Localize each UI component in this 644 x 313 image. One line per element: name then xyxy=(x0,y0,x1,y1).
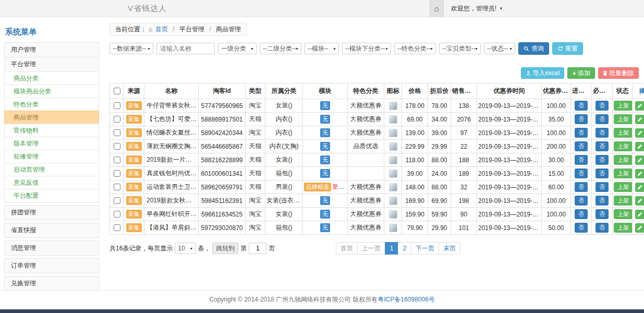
row-checkbox[interactable] xyxy=(114,184,120,190)
add-button[interactable]: + 添加 xyxy=(567,67,595,79)
edit-button[interactable] xyxy=(635,210,644,219)
filter-select[interactable]: --特色分类--▼ xyxy=(394,43,436,54)
sidebar-item[interactable]: 版本管理 xyxy=(4,137,99,150)
query-button[interactable]: 查询 xyxy=(518,42,549,55)
sidebar-item[interactable]: 宣传物料 xyxy=(4,124,99,137)
row-checkbox[interactable] xyxy=(114,129,120,136)
page-button[interactable]: 末页 xyxy=(439,242,460,255)
import-select-toggle[interactable]: 否 xyxy=(575,196,588,206)
sidebar-item[interactable]: 特色分类 xyxy=(4,98,99,111)
filter-select[interactable]: --宝贝类型--▼ xyxy=(439,43,481,54)
import-select-toggle[interactable]: 否 xyxy=(575,101,588,111)
must-buy-toggle[interactable]: 否 xyxy=(596,128,609,138)
page-number-input[interactable] xyxy=(249,243,266,254)
row-checkbox[interactable] xyxy=(114,224,120,231)
page-button[interactable]: 上一页 xyxy=(357,242,385,255)
sidebar-item[interactable]: 平台管理 xyxy=(4,57,99,72)
jump-to-button[interactable]: 跳转到 xyxy=(212,243,238,254)
status-button[interactable]: 上架 xyxy=(614,141,633,151)
row-checkbox[interactable] xyxy=(114,197,120,204)
import-icon xyxy=(526,70,531,76)
sidebar-item[interactable]: 省直快报 xyxy=(4,223,99,238)
sidebar-item[interactable]: 启动页管理 xyxy=(4,163,99,176)
import-select-toggle[interactable]: 否 xyxy=(575,128,588,138)
reset-button[interactable]: 重置 xyxy=(552,42,583,55)
batch-delete-button[interactable]: 批量删除 xyxy=(598,67,639,79)
edit-button[interactable] xyxy=(635,223,644,233)
sidebar-item[interactable]: 模块商品分类 xyxy=(4,85,99,98)
must-buy-toggle[interactable]: 否 xyxy=(596,209,609,219)
row-checkbox[interactable] xyxy=(114,102,120,109)
page-button[interactable]: 首页 xyxy=(336,242,358,255)
name-search-input[interactable] xyxy=(156,43,215,54)
sidebar-item[interactable]: 订单管理 xyxy=(4,258,99,273)
page-button[interactable]: 下一页 xyxy=(411,242,439,255)
row-checkbox[interactable] xyxy=(114,143,120,150)
edit-button[interactable] xyxy=(635,142,644,151)
import-select-toggle[interactable]: 否 xyxy=(575,223,588,233)
breadcrumb-home-link[interactable]: 首页 xyxy=(155,26,168,33)
home-icon: ⌂ xyxy=(434,4,439,13)
status-button[interactable]: 上架 xyxy=(614,114,633,124)
row-checkbox[interactable] xyxy=(114,156,120,163)
edit-button[interactable] xyxy=(635,183,644,192)
import-select-toggle[interactable]: 否 xyxy=(575,168,588,178)
filter-select[interactable]: --模块--▼ xyxy=(305,43,339,54)
select-all-checkbox[interactable] xyxy=(114,88,120,94)
import-select-toggle[interactable]: 否 xyxy=(575,114,588,124)
status-button[interactable]: 上架 xyxy=(614,223,633,233)
must-buy-toggle[interactable]: 否 xyxy=(596,196,609,206)
status-button[interactable]: 上架 xyxy=(614,196,633,206)
must-buy-toggle[interactable]: 否 xyxy=(596,223,609,233)
sidebar-item[interactable]: 轮播管理 xyxy=(4,150,99,163)
sidebar-item[interactable]: 用户管理 xyxy=(4,42,99,57)
module-badge: 无 xyxy=(320,155,330,164)
edit-button[interactable] xyxy=(635,101,644,111)
icp-link[interactable]: 粤ICP备16098006号 xyxy=(378,296,434,303)
per-page-select[interactable]: 10 ▼ xyxy=(175,243,196,254)
filter-select-source[interactable]: --数据来源--▼ xyxy=(110,43,153,54)
must-buy-toggle[interactable]: 否 xyxy=(596,155,609,165)
sidebar-item[interactable]: 消息管理 xyxy=(4,240,99,256)
import-select-toggle[interactable]: 否 xyxy=(575,182,588,192)
page-button[interactable]: 1 xyxy=(385,242,398,255)
filter-select[interactable]: --二级分类--▼ xyxy=(260,43,301,54)
row-checkbox[interactable] xyxy=(114,170,120,177)
edit-button[interactable] xyxy=(635,155,644,165)
breadcrumb-level1[interactable]: 平台管理 xyxy=(179,26,204,33)
filter-select[interactable]: 一级分类▼ xyxy=(218,43,257,54)
status-button[interactable]: 上架 xyxy=(614,128,633,138)
edit-button[interactable] xyxy=(635,196,644,206)
sidebar-item[interactable]: 兑换管理 xyxy=(4,276,99,291)
must-buy-toggle[interactable]: 否 xyxy=(596,168,609,178)
sidebar-item[interactable]: 平台配置 xyxy=(4,189,99,202)
sidebar-item[interactable]: 拼团管理 xyxy=(4,205,99,220)
must-buy-toggle[interactable]: 否 xyxy=(596,114,609,124)
status-button[interactable]: 上架 xyxy=(614,182,633,192)
sidebar-item[interactable]: 商品管理 xyxy=(4,111,99,124)
import-select-toggle[interactable]: 否 xyxy=(575,155,588,165)
edit-button[interactable] xyxy=(635,115,644,124)
sidebar-item[interactable]: 意见反馈 xyxy=(4,176,99,189)
edit-button[interactable] xyxy=(635,128,644,138)
filter-select[interactable]: --模块下分类--▼ xyxy=(342,43,391,54)
user-menu[interactable]: 欢迎您，管理员! ▼ xyxy=(451,4,503,13)
status-button[interactable]: 上架 xyxy=(614,209,633,219)
status-button[interactable]: 上架 xyxy=(614,155,633,165)
status-button[interactable]: 上架 xyxy=(614,168,633,178)
sidebar-item[interactable]: 商品分类 xyxy=(4,71,99,85)
import-select-toggle[interactable]: 否 xyxy=(575,141,588,151)
must-buy-toggle[interactable]: 否 xyxy=(596,141,609,151)
must-buy-toggle[interactable]: 否 xyxy=(596,182,609,192)
import-select-toggle[interactable]: 否 xyxy=(575,209,588,219)
row-checkbox[interactable] xyxy=(114,116,120,123)
row-checkbox[interactable] xyxy=(114,211,120,218)
page-button[interactable]: 2 xyxy=(398,242,411,255)
import-excel-button[interactable]: 导入excel xyxy=(521,67,564,79)
status-button[interactable]: 上架 xyxy=(614,101,633,111)
filter-select[interactable]: --状态--▼ xyxy=(484,43,515,54)
must-buy-toggle[interactable]: 否 xyxy=(596,101,609,111)
edit-button[interactable] xyxy=(635,169,644,178)
add-button-label: 添加 xyxy=(578,69,590,78)
home-button[interactable]: ⌂ xyxy=(430,0,444,17)
